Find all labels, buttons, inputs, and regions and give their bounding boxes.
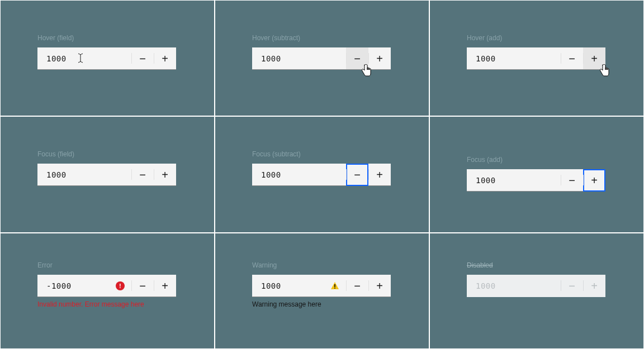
text-cursor-icon: [78, 53, 87, 64]
minus-icon: −: [354, 280, 361, 291]
add-button[interactable]: +: [368, 275, 391, 297]
plus-icon: +: [591, 280, 598, 291]
number-input-value: 1000: [261, 170, 281, 179]
state-label: Focus (add): [467, 156, 605, 164]
number-input: 1000 − +: [467, 47, 605, 70]
cell-error: Error -1000 − + Invalid number. Error me…: [0, 233, 215, 349]
number-input: 1000 − +: [252, 275, 391, 297]
plus-icon: +: [591, 175, 598, 186]
number-input: 1000 − +: [467, 169, 605, 192]
state-label: Error: [37, 261, 176, 269]
error-icon: [116, 281, 125, 290]
add-button[interactable]: +: [583, 47, 605, 70]
subtract-button[interactable]: −: [131, 47, 154, 70]
subtract-button[interactable]: −: [346, 47, 368, 70]
state-label: Hover (subtract): [252, 34, 391, 42]
minus-icon: −: [354, 53, 361, 64]
minus-icon: −: [139, 280, 146, 291]
number-input: 1000 − +: [467, 275, 605, 297]
number-input: -1000 − +: [37, 275, 176, 297]
subtract-button[interactable]: −: [561, 47, 583, 70]
minus-icon: −: [139, 53, 146, 64]
number-input-value: 1000: [476, 54, 496, 63]
number-input-field[interactable]: 1000: [252, 47, 346, 70]
minus-icon: −: [139, 169, 146, 180]
add-button[interactable]: +: [154, 275, 176, 297]
plus-icon: +: [591, 53, 598, 64]
number-input-value: 1000: [476, 281, 496, 290]
plus-icon: +: [376, 169, 383, 180]
add-button[interactable]: +: [583, 169, 605, 192]
minus-icon: −: [569, 53, 575, 64]
add-button[interactable]: +: [368, 164, 391, 186]
number-input: 1000 − +: [37, 164, 176, 186]
helper-text-error: Invalid number. Error message here: [37, 300, 176, 308]
number-input-field[interactable]: 1000: [252, 164, 346, 186]
plus-icon: +: [162, 169, 168, 180]
add-button[interactable]: +: [154, 164, 176, 186]
number-input-field[interactable]: 1000: [467, 47, 561, 70]
cell-hover-add: Hover (add) 1000 − +: [429, 0, 644, 116]
number-input-value: -1000: [46, 281, 72, 290]
number-input-field[interactable]: 1000: [37, 47, 131, 70]
number-input-field: 1000: [467, 275, 561, 297]
number-input: 1000 − +: [252, 164, 391, 186]
state-label: Disabled: [467, 261, 605, 269]
subtract-button[interactable]: −: [346, 164, 368, 186]
cell-hover-subtract: Hover (subtract) 1000 − +: [215, 0, 429, 116]
minus-icon: −: [569, 175, 575, 186]
state-label: Focus (subtract): [252, 150, 391, 158]
number-input-value: 1000: [476, 176, 496, 185]
number-input-field[interactable]: 1000: [467, 169, 561, 192]
cell-disabled: Disabled 1000 − +: [429, 233, 644, 349]
warning-icon: [330, 281, 339, 290]
subtract-button[interactable]: −: [561, 169, 583, 192]
number-input: 1000 − +: [37, 47, 176, 70]
cell-focus-field: Focus (field) 1000 − +: [0, 116, 215, 233]
subtract-button[interactable]: −: [131, 164, 154, 186]
minus-icon: −: [569, 280, 575, 291]
number-input-value: 1000: [261, 54, 281, 63]
plus-icon: +: [162, 280, 168, 291]
number-input-value: 1000: [46, 54, 67, 63]
number-input-field[interactable]: -1000: [37, 275, 131, 297]
plus-icon: +: [376, 53, 383, 64]
cell-hover-field: Hover (field) 1000 − +: [0, 0, 215, 116]
state-label: Warning: [252, 261, 391, 269]
add-button[interactable]: +: [368, 47, 391, 70]
number-input-value: 1000: [46, 170, 67, 179]
subtract-button: −: [561, 275, 583, 297]
plus-icon: +: [162, 53, 168, 64]
svg-rect-1: [334, 288, 335, 289]
plus-icon: +: [376, 280, 383, 291]
number-input-field[interactable]: 1000: [37, 164, 131, 186]
svg-rect-0: [334, 284, 335, 287]
helper-text-warning: Warning message here: [252, 300, 391, 308]
subtract-button[interactable]: −: [346, 275, 368, 297]
minus-icon: −: [354, 169, 361, 180]
number-input-value: 1000: [261, 281, 281, 290]
add-button[interactable]: +: [154, 47, 176, 70]
add-button: +: [583, 275, 605, 297]
number-input-field[interactable]: 1000: [252, 275, 346, 297]
state-label: Hover (field): [37, 34, 176, 42]
state-label: Hover (add): [467, 34, 605, 42]
subtract-button[interactable]: −: [131, 275, 154, 297]
cell-warning: Warning 1000 − + Warning message here: [215, 233, 429, 349]
state-label: Focus (field): [37, 150, 176, 158]
cell-focus-subtract: Focus (subtract) 1000 − +: [215, 116, 429, 233]
number-input: 1000 − +: [252, 47, 391, 70]
cell-focus-add: Focus (add) 1000 − +: [429, 116, 644, 233]
